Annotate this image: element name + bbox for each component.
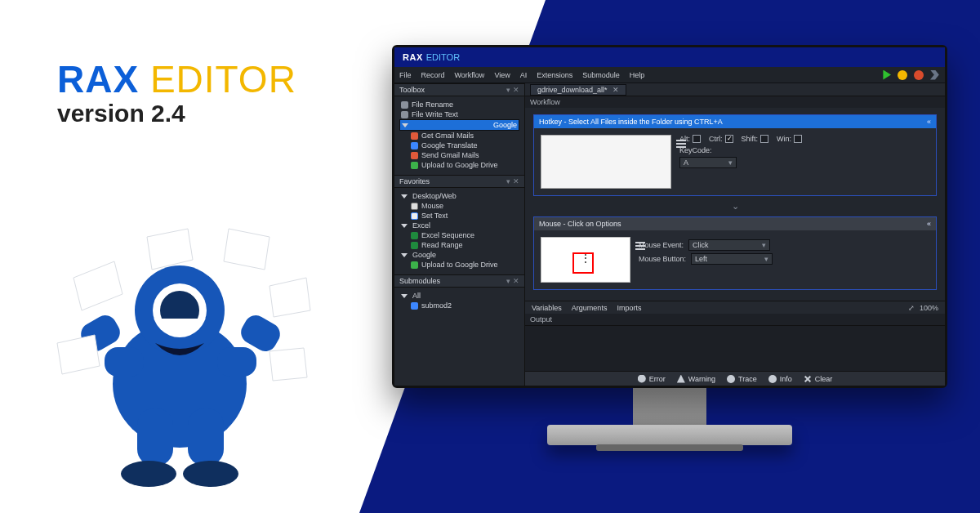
app-window: RAX EDITOR File Record Workflow View AI … <box>394 47 945 386</box>
node-hotkey[interactable]: Hotkey - Select All Files inside the Fol… <box>533 114 937 196</box>
favorites-item[interactable]: Set Text <box>399 211 519 221</box>
menu-icon[interactable] <box>676 140 686 148</box>
pin-icon[interactable]: ▾ ✕ <box>506 86 519 94</box>
favorites-group[interactable]: Desktop/Web <box>399 191 519 201</box>
workflow-label: Workflow <box>525 96 945 108</box>
pin-icon[interactable]: ▾ ✕ <box>506 177 519 185</box>
translate-icon <box>411 142 418 149</box>
node-mouse[interactable]: Mouse - Click on Options « ⋮ <box>533 216 937 290</box>
toolbox-item[interactable]: Google Translate <box>399 141 519 150</box>
toolbox-header[interactable]: Toolbox ▾ ✕ <box>394 83 524 96</box>
connector-icon: ⌄ <box>533 201 937 212</box>
favorites-item[interactable]: Upload to Google Drive <box>399 260 519 270</box>
favorites-item[interactable]: Read Range <box>399 240 519 250</box>
svg-marker-16 <box>57 335 100 374</box>
menu-workflow[interactable]: Workflow <box>455 71 485 79</box>
favorites-group[interactable]: Google <box>399 250 519 260</box>
tab-arguments[interactable]: Arguments <box>572 304 608 312</box>
menu-help[interactable]: Help <box>630 71 645 79</box>
menu-ai[interactable]: AI <box>520 71 528 79</box>
file-icon <box>401 101 408 109</box>
file-icon <box>401 111 408 118</box>
keycode-select[interactable]: A▾ <box>679 157 737 168</box>
win-checkbox[interactable]: Win: <box>777 135 802 143</box>
status-clear[interactable]: Clear <box>804 375 833 383</box>
product-brand: RAX EDITOR version 2.4 <box>57 57 296 127</box>
toolbox-category-google[interactable]: Google <box>399 119 519 131</box>
favorites-tree: Desktop/Web Mouse Set Text Excel Excel S… <box>394 188 524 274</box>
tab-variables[interactable]: Variables <box>532 304 562 312</box>
toolbox-item[interactable]: File Write Text <box>399 109 519 119</box>
submodules-root[interactable]: All <box>399 291 519 301</box>
status-bar: Error Warning Trace Info Clear <box>525 371 945 386</box>
toolbox-tree: File Rename File Write Text Google Get G… <box>394 96 524 175</box>
favorites-header[interactable]: Favorites ▾ ✕ <box>394 175 524 188</box>
tab-imports[interactable]: Imports <box>617 304 641 312</box>
clear-icon <box>802 372 813 384</box>
workflow-canvas[interactable]: Hotkey - Select All Files inside the Fol… <box>525 108 945 301</box>
menu-record[interactable]: Record <box>421 71 445 79</box>
excel-icon <box>411 232 418 239</box>
status-warning[interactable]: Warning <box>677 375 715 383</box>
upload-icon <box>411 162 418 169</box>
toolbox-item[interactable]: Upload to Google Drive <box>399 160 519 170</box>
menu-view[interactable]: View <box>494 71 510 79</box>
module-icon <box>411 302 418 310</box>
workflow-tab[interactable]: gdrive_download_all* ✕ <box>530 84 626 96</box>
collapse-icon[interactable]: « <box>927 118 931 126</box>
toolbox-item[interactable]: Send Gmail Mails <box>399 150 519 160</box>
svg-marker-13 <box>147 229 193 270</box>
brand-editor: EDITOR <box>150 58 296 100</box>
mouse-button-select[interactable]: Left▾ <box>691 253 773 265</box>
svg-marker-14 <box>224 229 270 270</box>
favorites-item[interactable]: Excel Sequence <box>399 230 519 240</box>
error-icon <box>638 375 646 383</box>
toolbox-title: Toolbox <box>399 86 425 94</box>
warning-icon <box>677 375 685 383</box>
zoom-fit-icon[interactable]: ⤢ <box>908 304 915 312</box>
menu-file[interactable]: File <box>399 71 412 79</box>
svg-marker-17 <box>270 348 307 381</box>
collapse-icon[interactable]: « <box>927 220 931 228</box>
status-error[interactable]: Error <box>638 375 666 383</box>
mouse-button-label: Mouse Button: <box>639 255 686 263</box>
menu-submodule[interactable]: Submodule <box>582 71 620 79</box>
chevron-down-icon <box>401 294 408 298</box>
close-icon[interactable]: ✕ <box>612 86 619 94</box>
build-icon[interactable] <box>898 70 907 80</box>
brand-rax: RAX <box>57 58 139 100</box>
chevron-down-icon <box>401 224 408 228</box>
toolbox-item[interactable]: File Rename <box>399 100 519 109</box>
chevron-down-icon <box>401 253 408 257</box>
pin-icon[interactable]: ▾ ✕ <box>506 277 519 285</box>
play-icon[interactable] <box>881 70 891 80</box>
text-icon <box>411 212 418 220</box>
excel-icon <box>411 242 418 249</box>
zoom-value: 100% <box>920 304 938 312</box>
menu-icon[interactable] <box>635 242 645 250</box>
screenshot-thumb[interactable]: ⋮ <box>541 237 630 283</box>
status-info[interactable]: Info <box>768 375 792 383</box>
favorites-title: Favorites <box>399 177 430 185</box>
tab-label: gdrive_download_all* <box>537 86 608 94</box>
submodules-header[interactable]: Submodules ▾ ✕ <box>394 274 524 288</box>
favorites-group[interactable]: Excel <box>399 221 519 230</box>
ctrl-checkbox[interactable]: Ctrl: <box>709 135 733 143</box>
output-label: Output <box>525 314 945 325</box>
brand-version: version 2.4 <box>57 100 296 127</box>
mouse-event-select[interactable]: Click▾ <box>688 239 770 251</box>
mascot-illustration <box>24 221 335 498</box>
screenshot-thumb[interactable] <box>541 135 671 189</box>
menu-extensions[interactable]: Extensions <box>537 71 572 79</box>
mail-icon <box>411 132 418 140</box>
node-mouse-title: Mouse - Click on Options <box>539 220 621 228</box>
shift-checkbox[interactable]: Shift: <box>742 135 769 143</box>
status-trace[interactable]: Trace <box>727 375 757 383</box>
toolbox-item[interactable]: Get Gmail Mails <box>399 131 519 141</box>
favorites-item[interactable]: Mouse <box>399 201 519 211</box>
stop-icon[interactable] <box>914 70 924 80</box>
svg-point-7 <box>183 461 238 487</box>
step-icon[interactable] <box>930 70 940 80</box>
info-icon <box>768 375 777 383</box>
submodules-item[interactable]: submod2 <box>399 301 519 310</box>
